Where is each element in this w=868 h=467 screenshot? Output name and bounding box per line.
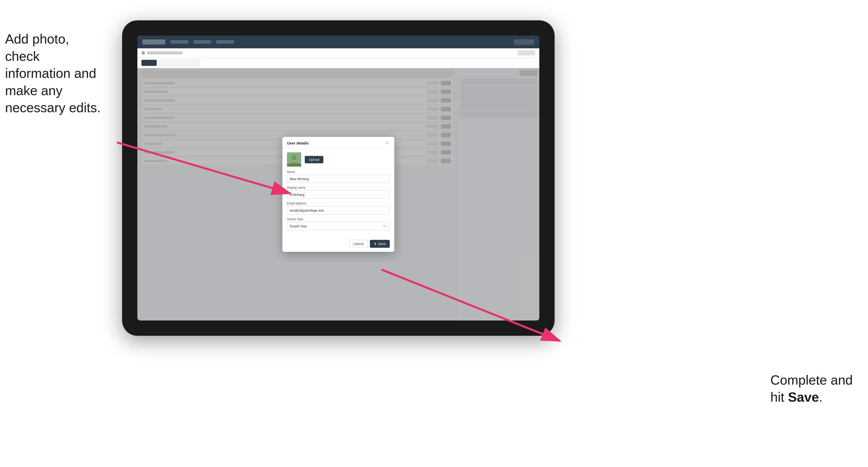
upload-photo-button[interactable]: Upload [305,156,323,163]
breadcrumb-bar [137,48,539,58]
search-bar [159,60,200,66]
breadcrumb-action [518,50,535,56]
nav-logo [143,39,165,44]
modal-close-button[interactable]: × [385,141,390,146]
action-bar [137,58,539,68]
nav-item-1 [170,40,188,44]
name-input[interactable] [287,175,390,183]
save-button-label: Save [378,242,386,246]
school-year-label: School Year [287,217,390,221]
display-name-label: Display name [287,186,390,189]
modal-title: User details [287,141,309,145]
cancel-button[interactable]: Cancel [349,240,368,248]
school-year-field-group: School Year First Year Second Year Third… [287,217,390,230]
name-label: Name [287,170,390,174]
email-input[interactable] [287,206,390,214]
school-year-wrapper: First Year Second Year Third Year Fourth… [287,222,390,230]
app-navbar [137,36,539,48]
save-button[interactable]: ⬆ Save [370,240,390,248]
modal-overlay: User details × Upload Name [137,68,539,320]
nav-item-3 [216,40,234,44]
display-name-input[interactable] [287,190,390,199]
action-button [142,60,157,66]
avatar-row: Upload [287,152,390,166]
right-annotation-line1: Complete and [770,373,853,387]
right-annotation-line2: hit [770,390,788,404]
select-controls: × ⌄ [383,224,388,228]
left-annotation: Add photo, check information and make an… [5,31,107,117]
nav-button [514,39,534,45]
modal-footer: Cancel ⬆ Save [282,237,394,252]
name-field-group: Name [287,170,390,183]
nav-item-2 [193,40,211,44]
breadcrumb-icon [142,51,145,55]
left-annotation-text: Add photo, check information and make an… [5,32,101,115]
display-name-field-group: Display name [287,186,390,199]
select-caret-icon: ⌄ [386,225,388,227]
save-icon: ⬆ [374,242,376,246]
tablet-device: User details × Upload Name [122,20,555,336]
right-annotation-end: . [819,390,823,404]
tablet-screen: User details × Upload Name [137,36,539,320]
school-year-select[interactable]: First Year Second Year Third Year Fourth… [287,222,390,230]
user-details-modal: User details × Upload Name [282,137,394,252]
breadcrumb-text [147,51,183,55]
right-annotation-bold: Save [788,390,819,404]
modal-header: User details × [282,137,394,148]
modal-body: Upload Name Display name [282,148,394,237]
select-clear-icon[interactable]: × [383,224,385,228]
right-annotation: Complete and hit Save. [770,372,853,406]
content-area: User details × Upload Name [137,68,539,320]
email-label: Email address [287,202,390,205]
avatar-image [287,152,301,166]
email-field-group: Email address [287,202,390,214]
